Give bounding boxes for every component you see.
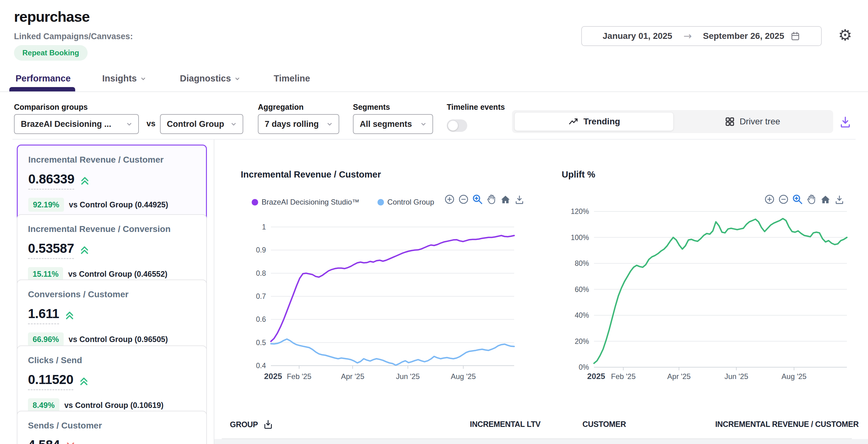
controls-divider bbox=[12, 139, 856, 140]
metric-card-incremental-revenue-customer[interactable]: Incremental Revenue / Customer 0.86339 9… bbox=[17, 145, 207, 222]
timeline-events-toggle[interactable] bbox=[447, 119, 467, 132]
selected-value: All segments bbox=[360, 119, 412, 129]
segments-label: Segments bbox=[353, 102, 390, 112]
active-tab-underline bbox=[9, 87, 75, 91]
svg-text:0.7: 0.7 bbox=[256, 292, 266, 300]
svg-text:Feb '25: Feb '25 bbox=[611, 372, 636, 381]
metric-value[interactable]: 1.611 bbox=[28, 306, 59, 324]
comparison-groups-label: Comparison groups bbox=[14, 102, 88, 112]
tabs-divider bbox=[0, 91, 868, 92]
legend-label: BrazeAI Decisioning Studio™ bbox=[261, 198, 360, 206]
tab-timeline[interactable]: Timeline bbox=[274, 73, 310, 84]
legend-dot-blue bbox=[377, 199, 384, 206]
selected-value: BrazeAI Decisioning ... bbox=[21, 119, 111, 129]
svg-text:Jun '25: Jun '25 bbox=[724, 372, 748, 381]
svg-text:Jun '25: Jun '25 bbox=[396, 372, 420, 381]
zoom-out-icon[interactable] bbox=[458, 194, 469, 205]
segments-select[interactable]: All segments bbox=[353, 114, 433, 134]
tab-label: Diagnostics bbox=[180, 73, 231, 84]
page-title: repurchase bbox=[14, 8, 90, 25]
chart1-title: Incremental Revenue / Customer bbox=[241, 170, 381, 180]
legend-dot-purple bbox=[252, 199, 258, 206]
pan-hand-icon[interactable] bbox=[486, 194, 497, 205]
selected-value: Control Group bbox=[167, 119, 224, 129]
metric-title: Incremental Revenue / Customer bbox=[28, 155, 195, 165]
table-header-incremental-revenue-customer: INCREMENTAL REVENUE / CUSTOMER bbox=[696, 420, 859, 429]
metric-title: Conversions / Customer bbox=[28, 290, 196, 299]
metric-card-sends-customer[interactable]: Sends / Customer 4.584 bbox=[17, 411, 207, 444]
svg-text:120%: 120% bbox=[571, 207, 589, 215]
aggregation-select[interactable]: 7 days rolling bbox=[258, 114, 339, 134]
svg-text:0.6: 0.6 bbox=[256, 315, 266, 323]
chevron-down-icon bbox=[140, 75, 147, 82]
date-end[interactable]: September 26, 2025 bbox=[703, 31, 784, 41]
driver-tree-label: Driver tree bbox=[740, 117, 780, 126]
chart1-legend: BrazeAI Decisioning Studio™ Control Grou… bbox=[252, 198, 434, 206]
uplift-chart[interactable]: 120%100%80%60%40%20%0%2025Feb '25Apr '25… bbox=[568, 202, 862, 382]
metric-title: Clicks / Send bbox=[28, 355, 196, 365]
settings-gear-icon[interactable]: ⚙ bbox=[838, 27, 852, 43]
table-header-customer: CUSTOMER bbox=[558, 420, 626, 429]
metric-value[interactable]: 4.584 bbox=[28, 438, 60, 444]
svg-text:0%: 0% bbox=[579, 363, 589, 371]
table-header-incremental-ltv: INCREMENTAL LTV bbox=[435, 420, 540, 429]
vs-label: vs bbox=[144, 119, 158, 128]
delta-badge: 8.49% bbox=[28, 398, 59, 412]
chevron-down-icon bbox=[229, 120, 238, 128]
column-label: GROUP bbox=[230, 420, 258, 429]
trend-up-icon bbox=[78, 376, 90, 387]
table-download-icon[interactable] bbox=[262, 418, 274, 430]
trend-up-icon bbox=[79, 244, 90, 256]
export-download-button[interactable] bbox=[838, 114, 852, 130]
comparison-group-b-select[interactable]: Control Group bbox=[160, 114, 243, 134]
zoom-in-icon[interactable] bbox=[444, 194, 456, 205]
delta-badge: 92.19% bbox=[28, 198, 64, 212]
svg-text:0.9: 0.9 bbox=[256, 246, 266, 254]
chart2-title: Uplift % bbox=[562, 170, 595, 180]
dashboard-page: repurchase Linked Campaigns/Canvases: Re… bbox=[0, 0, 868, 444]
svg-text:2025: 2025 bbox=[587, 372, 605, 381]
chart-download-icon[interactable] bbox=[514, 194, 525, 205]
date-start[interactable]: January 01, 2025 bbox=[603, 31, 672, 41]
chevron-down-icon bbox=[326, 120, 334, 128]
tab-diagnostics[interactable]: Diagnostics bbox=[180, 73, 241, 84]
selected-value: 7 days rolling bbox=[265, 119, 319, 129]
svg-text:Feb '25: Feb '25 bbox=[287, 372, 311, 381]
trend-up-icon bbox=[79, 175, 90, 186]
tab-performance[interactable]: Performance bbox=[16, 73, 70, 84]
driver-tree-grid-icon bbox=[724, 116, 735, 127]
svg-text:Apr '25: Apr '25 bbox=[341, 372, 364, 381]
legend-item[interactable]: Control Group bbox=[377, 198, 434, 206]
svg-text:20%: 20% bbox=[575, 337, 589, 346]
legend-item[interactable]: BrazeAI Decisioning Studio™ bbox=[252, 198, 360, 206]
chevron-down-icon bbox=[234, 75, 241, 82]
metric-value[interactable]: 0.86339 bbox=[28, 172, 74, 190]
trending-button[interactable]: Trending bbox=[515, 112, 674, 131]
metric-value[interactable]: 0.11520 bbox=[28, 372, 73, 390]
home-reset-icon[interactable] bbox=[500, 194, 512, 205]
tab-label: Performance bbox=[16, 73, 70, 84]
comparison-text: vs Control Group (0.46552) bbox=[68, 270, 167, 278]
table-row-strip bbox=[214, 439, 868, 444]
table-header-group: GROUP bbox=[230, 418, 274, 430]
svg-text:2025: 2025 bbox=[264, 372, 282, 381]
svg-text:Apr '25: Apr '25 bbox=[667, 372, 691, 381]
metric-value[interactable]: 0.53587 bbox=[28, 241, 74, 259]
driver-tree-button[interactable]: Driver tree bbox=[674, 112, 831, 131]
chevron-down-icon bbox=[420, 120, 428, 128]
date-range-picker[interactable]: January 01, 2025 → September 26, 2025 bbox=[581, 26, 822, 46]
metric-card-conversions-customer[interactable]: Conversions / Customer 1.611 66.96% vs C… bbox=[17, 279, 207, 356]
svg-text:Aug '25: Aug '25 bbox=[451, 372, 476, 381]
comparison-group-a-select[interactable]: BrazeAI Decisioning ... bbox=[14, 114, 139, 134]
campaign-badge[interactable]: Repeat Booking bbox=[14, 45, 88, 61]
svg-text:1: 1 bbox=[262, 223, 266, 231]
svg-text:60%: 60% bbox=[575, 286, 589, 294]
trend-up-icon bbox=[64, 310, 75, 321]
svg-text:0.4: 0.4 bbox=[256, 362, 266, 370]
trending-label: Trending bbox=[583, 117, 620, 126]
delta-badge: 66.96% bbox=[28, 332, 64, 346]
linked-campaigns-label: Linked Campaigns/Canvases: bbox=[14, 32, 133, 41]
box-zoom-icon[interactable] bbox=[472, 194, 484, 205]
incremental-revenue-chart[interactable]: 10.90.80.70.60.50.42025Feb '25Apr '25Jun… bbox=[245, 218, 522, 382]
tab-insights[interactable]: Insights bbox=[102, 73, 147, 84]
